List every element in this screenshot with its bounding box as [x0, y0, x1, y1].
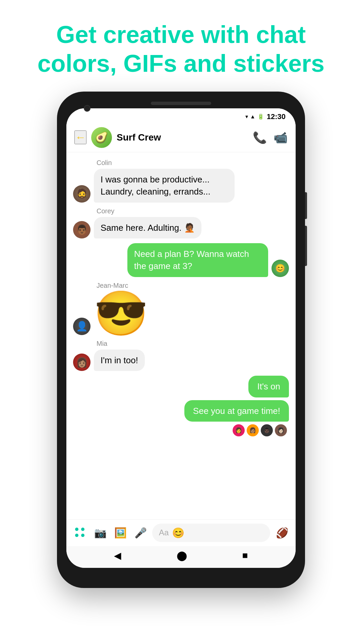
volume-down-button — [305, 226, 307, 266]
photo-icon: 🖼️ — [114, 527, 127, 539]
bubble-colin: I was gonna be productive... Laundry, cl… — [94, 169, 235, 203]
group-avatar-emoji: 🥑 — [95, 131, 108, 144]
avatar-colin: 🧔 — [73, 185, 90, 203]
mic-button[interactable]: 🎤 — [132, 524, 149, 541]
message-group-mia: Mia 👩🏽 I'm in too! — [73, 340, 289, 371]
phone-call-button[interactable]: 📞 — [253, 131, 267, 144]
sender-name-corey: Corey — [97, 207, 289, 215]
outgoing-group-final: It's on See you at game time! 👩 👩🏽 👨🏿 👩🏻 — [73, 376, 289, 436]
football-icon: 🏈 — [276, 527, 288, 539]
avatar-me-1: 😊 — [272, 260, 289, 277]
input-bar: 📷 🖼️ 🎤 Aa 😊 🏈 — [66, 519, 296, 546]
recent-nav-button[interactable]: ■ — [242, 550, 248, 561]
message-group-corey: Corey 👨🏾 Same here. Adulting. 🤦🏾 — [73, 207, 289, 238]
bubble-mia: I'm in too! — [94, 350, 145, 371]
photo-button[interactable]: 🖼️ — [112, 524, 129, 541]
home-nav-button[interactable]: ⬤ — [177, 550, 187, 561]
chat-header: ← 🥑 Surf Crew 📞 📹 — [66, 123, 296, 152]
sender-name-mia: Mia — [97, 340, 289, 347]
read-avatar-2: 👩🏽 — [247, 424, 259, 436]
sticker-sunglasses: 😎 — [94, 291, 148, 335]
phone-speaker — [151, 102, 211, 105]
dots-icon — [75, 528, 85, 538]
message-group-out1: 😊 Need a plan B? Wanna watch the game at… — [73, 243, 289, 277]
message-row-corey: 👨🏾 Same here. Adulting. 🤦🏾 — [73, 217, 289, 238]
bubble-corey: Same here. Adulting. 🤦🏾 — [94, 217, 201, 238]
football-button[interactable]: 🏈 — [274, 524, 290, 541]
back-button[interactable]: ← — [74, 130, 86, 144]
text-input-placeholder: Aa — [159, 528, 169, 537]
header-actions: 📞 📹 — [253, 131, 288, 144]
message-row-out1: 😊 Need a plan B? Wanna watch the game at… — [73, 243, 289, 277]
phone-frame: ▾ ▲ 🔋 12:30 ← 🥑 Surf Crew 📞 📹 Colin — [57, 92, 305, 588]
mic-icon: 🎤 — [134, 527, 147, 539]
phone-camera — [84, 105, 90, 112]
bubble-see-you: See you at game time! — [184, 400, 289, 422]
bottom-nav-bar: ◀ ⬤ ■ — [66, 546, 296, 568]
message-row-jm: 👤 😎 — [73, 291, 289, 335]
camera-icon: 📷 — [94, 527, 107, 539]
sender-name-colin: Colin — [97, 159, 289, 167]
wifi-icon: ▾ — [245, 113, 248, 120]
message-group-colin: Colin 🧔 I was gonna be productive... Lau… — [73, 159, 289, 203]
phone-notch — [66, 102, 296, 105]
read-avatar-3: 👨🏿 — [261, 424, 273, 436]
page-title: Get creative with chat colors, GIFs and … — [38, 20, 324, 78]
avatar-mia: 👩🏽 — [73, 354, 90, 371]
message-row-colin: 🧔 I was gonna be productive... Laundry, … — [73, 169, 289, 203]
sender-name-jm: Jean-Marc — [97, 282, 289, 289]
battery-icon: 🔋 — [257, 113, 264, 120]
status-time: 12:30 — [267, 112, 286, 121]
message-row-mia: 👩🏽 I'm in too! — [73, 350, 289, 371]
phone-screen: ▾ ▲ 🔋 12:30 ← 🥑 Surf Crew 📞 📹 Colin — [66, 108, 296, 568]
page-header: Get creative with chat colors, GIFs and … — [11, 0, 351, 92]
status-icons: ▾ ▲ 🔋 — [245, 113, 264, 120]
message-group-jm: Jean-Marc 👤 😎 — [73, 282, 289, 335]
group-avatar: 🥑 — [91, 127, 112, 148]
bubble-out1: Need a plan B? Wanna watch the game at 3… — [127, 243, 268, 277]
emoji-button[interactable]: 😊 — [172, 527, 184, 539]
text-input-wrap[interactable]: Aa 😊 — [152, 524, 270, 542]
back-nav-button[interactable]: ◀ — [114, 550, 121, 561]
signal-icon: ▲ — [250, 114, 255, 120]
dots-menu-button[interactable] — [72, 524, 88, 541]
read-avatar-4: 👩🏻 — [275, 424, 287, 436]
read-receipts: 👩 👩🏽 👨🏿 👩🏻 — [233, 424, 287, 436]
status-bar: ▾ ▲ 🔋 12:30 — [66, 108, 296, 123]
group-name: Surf Crew — [117, 132, 248, 143]
avatar-jm: 👤 — [73, 318, 90, 335]
camera-button[interactable]: 📷 — [92, 524, 109, 541]
emoji-icon: 😊 — [172, 527, 184, 538]
video-call-button[interactable]: 📹 — [274, 131, 288, 144]
volume-up-button — [305, 192, 307, 219]
avatar-corey: 👨🏾 — [73, 221, 90, 238]
messages-area: Colin 🧔 I was gonna be productive... Lau… — [66, 152, 296, 519]
bubble-its-on: It's on — [248, 376, 289, 397]
read-avatar-1: 👩 — [233, 424, 245, 436]
